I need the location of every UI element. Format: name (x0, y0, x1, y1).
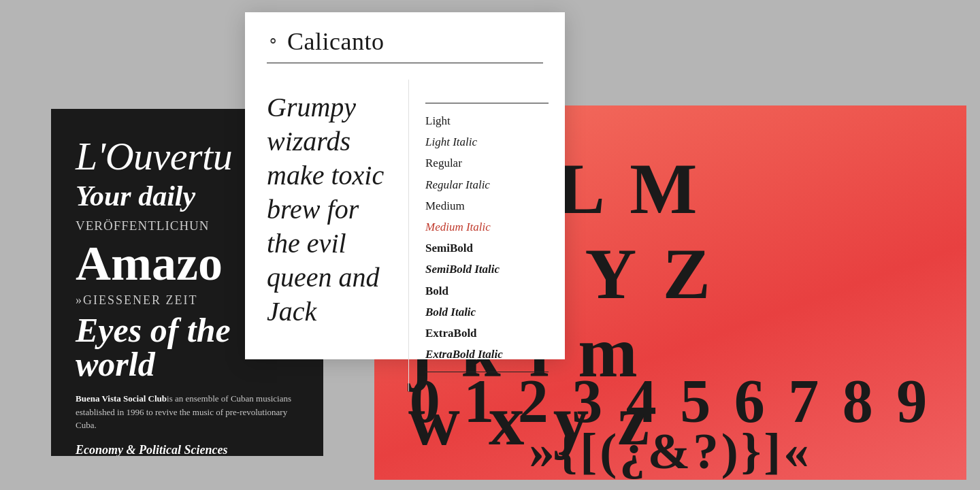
bottom-divider (425, 372, 549, 372)
black-card-bottom: Economy & Political Sciences (76, 443, 299, 456)
specimen-area: Grumpy wizards make toxic brew for the e… (245, 80, 408, 391)
specimen-text: Grumpy wizards make toxic brew for the e… (267, 91, 387, 329)
search-bar[interactable]: ⚬ Calicanto (267, 27, 543, 63)
weight-semibold[interactable]: SemiBold (425, 238, 549, 259)
weights-list: Light Light Italic Regular Regular Itali… (408, 80, 565, 391)
weight-medium[interactable]: Medium (425, 195, 549, 216)
panel-inner: Grumpy wizards make toxic brew for the e… (245, 80, 565, 391)
weight-regular[interactable]: Regular (425, 152, 549, 174)
weight-regular-italic[interactable]: Regular Italic (425, 174, 549, 195)
black-card-text: Buena Vista Social Clubis an ensemble of… (76, 392, 299, 432)
weight-light-italic[interactable]: Light Italic (425, 131, 549, 152)
red-card-symbols: »{[(¿&?)}]« (374, 425, 966, 476)
search-area: ⚬ Calicanto (245, 12, 565, 80)
weight-semibold-italic[interactable]: SemiBold Italic (425, 259, 549, 280)
white-panel: ⚬ Calicanto Grumpy wizards make toxic br… (245, 12, 565, 359)
weight-extrabold[interactable]: ExtraBold (425, 323, 549, 344)
top-divider (425, 103, 549, 103)
weight-bold-italic[interactable]: Bold Italic (425, 301, 549, 323)
weight-extrabold-italic[interactable]: ExtraBold Italic (425, 344, 549, 365)
weight-bold[interactable]: Bold (425, 280, 549, 301)
weight-light[interactable]: Light (425, 110, 549, 131)
font-name-title: Calicanto (287, 27, 384, 56)
search-icon: ⚬ (267, 33, 279, 50)
weight-medium-italic[interactable]: Medium Italic (425, 216, 549, 238)
